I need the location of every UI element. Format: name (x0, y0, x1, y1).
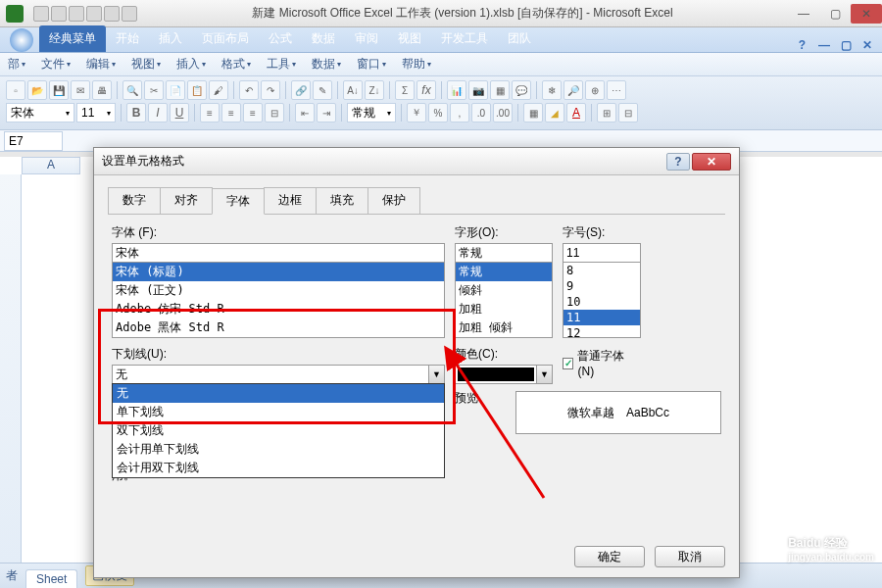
ribbon-tab-layout[interactable]: 页面布局 (192, 25, 259, 52)
autosum-icon[interactable]: Σ (395, 80, 415, 100)
paste-icon[interactable]: 📋 (187, 80, 207, 100)
menu-data[interactable]: 数据▾ (304, 56, 349, 73)
qat-save-icon[interactable] (33, 6, 49, 22)
find-icon[interactable]: 🔎 (564, 80, 583, 100)
office-button[interactable] (10, 28, 33, 52)
style-listbox[interactable]: 常规 倾斜 加粗 加粗 倾斜 (455, 262, 553, 338)
menu-all[interactable]: 部▾ (0, 56, 33, 73)
underline-option[interactable]: 会计用双下划线 (113, 459, 444, 477)
dialog-help-button[interactable]: ? (666, 153, 690, 171)
dialog-tab-protect[interactable]: 保护 (368, 187, 420, 214)
underline-option[interactable]: 无 (113, 384, 444, 403)
function-icon[interactable]: fx (416, 80, 436, 100)
ribbon-tab-classic[interactable]: 经典菜单 (39, 25, 106, 52)
color-dropdown-button[interactable]: ▼ (536, 366, 552, 383)
qat-more-icon[interactable] (122, 6, 137, 22)
menu-edit[interactable]: 编辑▾ (78, 56, 123, 73)
underline-option[interactable]: 双下划线 (113, 421, 444, 440)
qat-undo-icon[interactable] (51, 6, 67, 22)
size-input[interactable] (563, 243, 641, 263)
qat-redo-icon[interactable] (69, 6, 84, 22)
align-center-icon[interactable]: ≡ (221, 103, 241, 122)
indent-inc-icon[interactable]: ⇥ (317, 103, 336, 122)
name-box[interactable]: E7 (4, 131, 63, 151)
menu-window[interactable]: 窗口▾ (349, 56, 394, 73)
insert-cells-icon[interactable]: ⊞ (597, 103, 616, 122)
qat-refresh-icon[interactable] (86, 6, 102, 22)
font-listbox[interactable]: 宋体 (标题) 宋体 (正文) Adobe 仿宋 Std R Adobe 黑体 … (112, 262, 445, 338)
delete-cells-icon[interactable]: ⊟ (618, 103, 638, 122)
underline-option[interactable]: 单下划线 (113, 403, 444, 421)
ribbon-tab-dev[interactable]: 开发工具 (431, 25, 498, 52)
size-option[interactable]: 12 (564, 325, 640, 338)
style-input[interactable] (455, 243, 553, 263)
chart-icon[interactable]: 📊 (447, 80, 466, 100)
normal-font-checkbox[interactable]: ✓ 普通字体 (N) (563, 348, 641, 378)
ribbon-restore-icon[interactable]: ▢ (835, 38, 857, 52)
underline-option[interactable]: 会计用单下划线 (113, 440, 444, 459)
ribbon-tab-data[interactable]: 数据 (302, 25, 345, 52)
menu-view[interactable]: 视图▾ (123, 56, 169, 73)
quick-access-toolbar[interactable] (33, 6, 137, 22)
mail-icon[interactable]: ✉ (71, 80, 90, 100)
font-option[interactable]: 宋体 (正文) (113, 281, 444, 300)
zoom-icon[interactable]: ⊕ (585, 80, 605, 100)
dec-inc-icon[interactable]: .0 (471, 103, 491, 122)
cut-icon[interactable]: ✂ (144, 80, 164, 100)
underline-dropdown-list[interactable]: 无 单下划线 双下划线 会计用单下划线 会计用双下划线 (112, 383, 445, 478)
size-option[interactable]: 11 (564, 310, 640, 325)
format-painter-icon[interactable]: 🖌 (209, 80, 228, 100)
sheet-tab[interactable]: Sheet (25, 569, 77, 588)
open-icon[interactable]: 📂 (27, 80, 47, 100)
redo-icon[interactable]: ↷ (261, 80, 280, 100)
freeze-icon[interactable]: ❄ (542, 80, 562, 100)
row-headers[interactable] (0, 174, 22, 563)
underline-icon[interactable]: U (170, 103, 189, 122)
number-format-select[interactable]: 常规▾ (347, 103, 396, 122)
dialog-tab-number[interactable]: 数字 (108, 187, 161, 214)
font-input[interactable] (112, 243, 445, 263)
ribbon-tab-insert[interactable]: 插入 (149, 25, 192, 52)
column-header-a[interactable]: A (22, 157, 80, 174)
dialog-tab-align[interactable]: 对齐 (160, 187, 213, 214)
sort-desc-icon[interactable]: Z↓ (365, 80, 384, 100)
menu-help[interactable]: 帮助▾ (394, 56, 439, 73)
italic-icon[interactable]: I (148, 103, 168, 122)
font-color-icon[interactable]: A (566, 103, 586, 122)
menu-file[interactable]: 文件▾ (33, 56, 78, 73)
comment-icon[interactable]: 💬 (512, 80, 531, 100)
style-option[interactable]: 常规 (456, 263, 552, 281)
save-icon[interactable]: 💾 (49, 80, 69, 100)
size-listbox[interactable]: 8 9 10 11 12 14 (563, 262, 641, 338)
ribbon-tab-view[interactable]: 视图 (388, 25, 431, 52)
align-right-icon[interactable]: ≡ (243, 103, 263, 122)
font-option[interactable]: 宋体 (标题) (113, 263, 444, 281)
dialog-tab-border[interactable]: 边框 (264, 187, 317, 214)
ribbon-tab-review[interactable]: 审阅 (345, 25, 388, 52)
border-icon[interactable]: ▦ (523, 103, 543, 122)
fill-color-icon[interactable]: ◢ (545, 103, 564, 122)
print-icon[interactable]: 🖶 (92, 80, 112, 100)
merge-icon[interactable]: ⊟ (265, 103, 284, 122)
qat-print-icon[interactable] (104, 6, 120, 22)
ribbon-close-icon[interactable]: ✕ (857, 38, 878, 52)
cancel-button[interactable]: 取消 (655, 546, 725, 567)
dec-dec-icon[interactable]: .00 (493, 103, 513, 122)
preview-icon[interactable]: 🔍 (122, 80, 142, 100)
menu-format[interactable]: 格式▾ (214, 56, 259, 73)
font-size-select[interactable]: 11▾ (76, 103, 116, 122)
ribbon-tab-home[interactable]: 开始 (106, 25, 149, 52)
size-option[interactable]: 10 (564, 294, 640, 310)
close-button[interactable]: ✕ (851, 4, 882, 24)
comma-icon[interactable]: , (450, 103, 469, 122)
dialog-close-button[interactable]: ✕ (692, 153, 731, 171)
percent-icon[interactable]: % (428, 103, 448, 122)
ribbon-tab-team[interactable]: 团队 (498, 25, 541, 52)
drawing-icon[interactable]: ✎ (313, 80, 332, 100)
bold-icon[interactable]: B (126, 103, 146, 122)
indent-dec-icon[interactable]: ⇤ (295, 103, 315, 122)
ok-button[interactable]: 确定 (574, 546, 645, 567)
dialog-tab-fill[interactable]: 填充 (316, 187, 368, 214)
color-combo[interactable]: ▼ (455, 365, 553, 384)
style-option[interactable]: 倾斜 (456, 281, 552, 300)
